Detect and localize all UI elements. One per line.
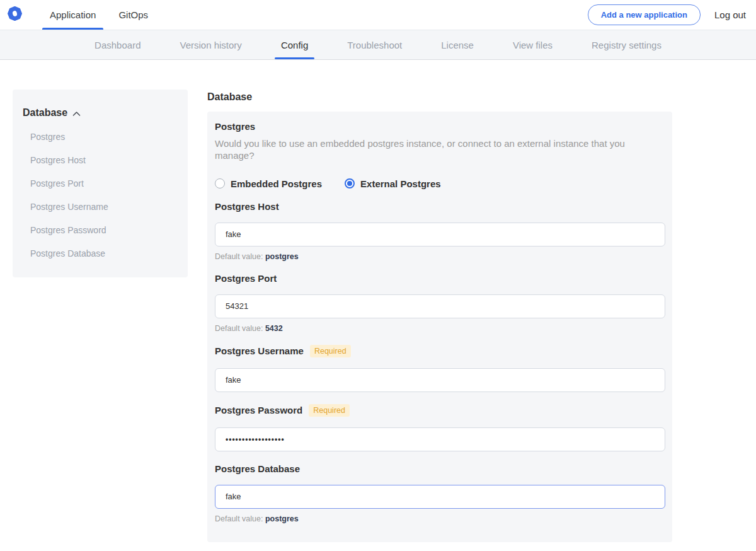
sidebar-item-postgres[interactable]: Postgres	[23, 132, 178, 142]
default-value-text: postgres	[265, 252, 299, 261]
subnav-registry-settings[interactable]: Registry settings	[590, 30, 663, 59]
subnav-view-files[interactable]: View files	[512, 30, 554, 59]
postgres-group-help-text: Would you like to use an embedded postgr…	[215, 138, 665, 162]
postgres-port-default-helper: Default value: 5432	[215, 324, 665, 333]
field-postgres-host: Postgres Host Default value: postgres	[215, 201, 665, 261]
chevron-up-icon	[72, 111, 81, 117]
postgres-radio-row: Embedded Postgres External Postgres	[215, 178, 665, 189]
tab-gitops[interactable]: GitOps	[107, 0, 159, 30]
sidebar-group-label: Database	[23, 107, 67, 119]
top-header-bar: Application GitOps Add a new application…	[0, 0, 756, 30]
sidebar-item-list: Postgres Postgres Host Postgres Port Pos…	[23, 132, 178, 258]
app-subnav: Dashboard Version history Config Trouble…	[0, 30, 756, 60]
postgres-port-input[interactable]	[215, 294, 665, 318]
postgres-username-input[interactable]	[215, 368, 665, 392]
postgres-host-label: Postgres Host	[215, 201, 279, 212]
config-main-column: Database Postgres Would you like to use …	[207, 90, 672, 551]
postgres-group-label: Postgres	[215, 121, 665, 132]
database-config-panel: Postgres Would you like to use an embedd…	[207, 112, 672, 542]
radio-external-postgres[interactable]: External Postgres	[345, 178, 441, 189]
field-postgres-database: Postgres Database Default value: postgre…	[215, 463, 665, 523]
postgres-database-input[interactable]	[215, 485, 665, 509]
sidebar-item-postgres-database[interactable]: Postgres Database	[23, 248, 178, 258]
add-new-application-button[interactable]: Add a new application	[588, 4, 701, 25]
postgres-password-input[interactable]	[215, 427, 665, 451]
required-badge: Required	[310, 345, 351, 357]
top-tabs: Application GitOps	[38, 0, 159, 30]
field-postgres-port: Postgres Port Default value: 5432	[215, 273, 665, 333]
default-value-text: 5432	[265, 324, 283, 333]
postgres-port-label: Postgres Port	[215, 273, 277, 284]
app-logo[interactable]	[8, 0, 38, 30]
config-page-content: Database Postgres Postgres Host Postgres…	[0, 60, 756, 551]
config-sidebar: Database Postgres Postgres Host Postgres…	[13, 90, 188, 277]
radio-unselected-icon	[215, 178, 225, 188]
field-postgres-password: Postgres Password Required	[215, 404, 665, 451]
postgres-host-input[interactable]	[215, 223, 665, 246]
subnav-version-history[interactable]: Version history	[178, 30, 243, 59]
postgres-host-default-helper: Default value: postgres	[215, 252, 665, 261]
default-value-text: postgres	[265, 514, 299, 523]
radio-embedded-postgres[interactable]: Embedded Postgres	[215, 178, 322, 189]
subnav-config[interactable]: Config	[280, 30, 309, 59]
sidebar-item-postgres-password[interactable]: Postgres Password	[23, 225, 178, 235]
sidebar-group-database[interactable]: Database	[23, 107, 178, 119]
tab-application[interactable]: Application	[38, 0, 107, 30]
postgres-password-label: Postgres Password	[215, 405, 302, 415]
topbar-right-actions: Add a new application Log out	[588, 0, 746, 30]
default-value-label: Default value:	[215, 252, 263, 261]
postgres-radio-group: Postgres Would you like to use an embedd…	[215, 121, 665, 189]
tab-application-label: Application	[50, 9, 96, 20]
tab-gitops-label: GitOps	[118, 9, 148, 20]
subnav-license[interactable]: License	[440, 30, 475, 59]
field-postgres-username: Postgres Username Required	[215, 345, 665, 392]
logo-octagon-icon	[8, 6, 22, 23]
radio-selected-icon	[345, 178, 355, 188]
default-value-label: Default value:	[215, 514, 263, 523]
required-badge: Required	[309, 404, 350, 417]
default-value-label: Default value:	[215, 324, 263, 333]
sidebar-item-postgres-port[interactable]: Postgres Port	[23, 178, 178, 188]
radio-external-label: External Postgres	[360, 178, 441, 189]
postgres-database-label: Postgres Database	[215, 463, 300, 474]
config-group-title: Database	[207, 91, 672, 103]
logout-link[interactable]: Log out	[714, 9, 746, 20]
sidebar-item-postgres-username[interactable]: Postgres Username	[23, 202, 178, 212]
subnav-dashboard[interactable]: Dashboard	[93, 30, 142, 59]
subnav-troubleshoot[interactable]: Troubleshoot	[346, 30, 403, 59]
postgres-database-default-helper: Default value: postgres	[215, 514, 665, 523]
sidebar-item-postgres-host[interactable]: Postgres Host	[23, 155, 178, 165]
radio-embedded-label: Embedded Postgres	[231, 178, 322, 189]
postgres-username-label: Postgres Username	[215, 345, 304, 356]
